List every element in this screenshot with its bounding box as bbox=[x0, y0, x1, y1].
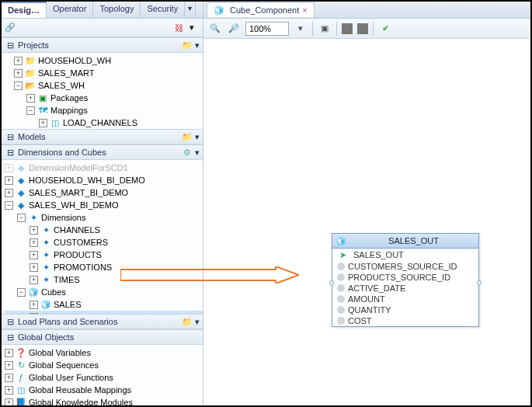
expander[interactable]: + bbox=[5, 176, 13, 185]
node-attr[interactable]: AMOUNT bbox=[332, 294, 478, 304]
tab-security[interactable]: Security bbox=[141, 2, 185, 18]
tree-label[interactable]: Packages bbox=[50, 92, 88, 104]
section-loadplans[interactable]: ⊟ Load Plans and Scenarios 📁 ▾ bbox=[2, 314, 203, 329]
zoom-input[interactable] bbox=[245, 22, 289, 36]
close-icon[interactable]: × bbox=[302, 5, 307, 15]
expander[interactable]: + bbox=[5, 398, 13, 406]
tree-label[interactable]: Global Sequences bbox=[29, 359, 99, 371]
expander[interactable]: − bbox=[17, 288, 26, 297]
tree-label[interactable]: SALES_MART bbox=[38, 67, 95, 79]
chevron-down-icon[interactable]: ▾ bbox=[195, 132, 200, 142]
tree-label[interactable]: Global Reusable Mappings bbox=[29, 384, 131, 396]
tree-label[interactable]: Dimensions bbox=[41, 211, 85, 224]
tree-label[interactable]: Global User Functions bbox=[29, 371, 113, 384]
expander[interactable]: + bbox=[5, 189, 13, 197]
expander[interactable]: + bbox=[30, 276, 38, 284]
collapse-icon[interactable]: ⊟ bbox=[5, 131, 16, 142]
node-attr[interactable]: ➤SALES_OUT bbox=[332, 249, 478, 261]
chevron-down-icon[interactable]: ▾ bbox=[195, 317, 200, 327]
section-dimcubes[interactable]: ⊟ Dimensions and Cubes ⚙ ▾ bbox=[2, 144, 203, 160]
expander[interactable]: − bbox=[5, 201, 13, 210]
column-icon bbox=[337, 263, 345, 270]
expander[interactable]: + bbox=[30, 238, 38, 247]
expander[interactable]: + bbox=[14, 69, 23, 78]
tree-label[interactable]: SALES bbox=[54, 298, 81, 311]
tab-designer[interactable]: Desig… bbox=[2, 2, 47, 18]
layout2-icon[interactable] bbox=[357, 23, 368, 34]
section-loadplans-label: Load Plans and Scenarios bbox=[18, 317, 117, 326]
zoom-dropdown-icon[interactable]: ▾ bbox=[294, 22, 308, 36]
expander[interactable]: + bbox=[39, 119, 47, 127]
chevron-down-icon[interactable]: ▾ bbox=[195, 40, 200, 50]
expander[interactable]: + bbox=[30, 301, 38, 309]
tree-label[interactable]: DimensionModelForSCD1 bbox=[29, 162, 128, 174]
tree-label[interactable]: Cubes bbox=[41, 286, 66, 298]
expander[interactable]: + bbox=[30, 251, 38, 259]
tree-label[interactable]: Mappings bbox=[50, 104, 88, 117]
fit-icon[interactable]: ▣ bbox=[318, 22, 332, 36]
expander[interactable]: − bbox=[26, 106, 35, 115]
mapping-canvas[interactable]: 🧊 SALES_OUT ➤SALES_OUT CUSTOMERS_SOURCE_… bbox=[203, 39, 530, 405]
expander[interactable]: + bbox=[30, 226, 38, 235]
projects-menu-icon[interactable]: 📁 bbox=[182, 40, 193, 50]
zoom-in-icon[interactable]: 🔍 bbox=[208, 22, 222, 36]
expander[interactable]: + bbox=[5, 386, 13, 395]
section-projects[interactable]: ⊟ Projects 📁 ▾ bbox=[2, 37, 203, 53]
expander[interactable]: + bbox=[26, 94, 35, 103]
models-menu-icon[interactable]: 📁 bbox=[182, 131, 193, 142]
tree-label[interactable]: TIMES bbox=[54, 273, 80, 286]
expander[interactable]: + bbox=[5, 374, 13, 382]
expander[interactable]: + bbox=[14, 57, 23, 65]
zoom-out-icon[interactable]: 🔎 bbox=[227, 22, 241, 36]
globals-tree: +❓Global Variables +↻Global Sequences +ƒ… bbox=[2, 345, 203, 405]
tab-overflow[interactable]: ▾ bbox=[185, 2, 196, 18]
tree-label[interactable]: CHANNELS bbox=[54, 224, 100, 236]
dimension-folder-icon: ✦ bbox=[28, 212, 39, 223]
section-models[interactable]: ⊟ Models 📁 ▾ bbox=[2, 129, 203, 144]
expander[interactable]: − bbox=[14, 82, 23, 90]
tree-label[interactable]: PROMOTIONS bbox=[54, 261, 112, 273]
collapse-icon[interactable]: ⊟ bbox=[5, 40, 16, 50]
node-attr[interactable]: COST bbox=[332, 315, 478, 326]
expander[interactable]: + bbox=[30, 263, 38, 272]
node-title[interactable]: 🧊 SALES_OUT bbox=[332, 234, 478, 249]
left-tab-bar: Desig… Operator Topology Security ▾ bbox=[2, 2, 203, 19]
tree-label[interactable]: SALES_WH_BI_DEMO bbox=[29, 199, 119, 211]
tab-topology[interactable]: Topology bbox=[93, 2, 141, 18]
sequence-icon: ↻ bbox=[16, 360, 26, 370]
tab-operator[interactable]: Operator bbox=[47, 2, 93, 18]
tree-label[interactable]: SALES_MART_BI_DEMO bbox=[29, 186, 128, 199]
section-globals[interactable]: ⊟ Global Objects bbox=[2, 329, 203, 345]
dropdown-icon[interactable]: ▾ bbox=[186, 23, 197, 33]
person-icon[interactable]: ⛓ bbox=[173, 23, 184, 33]
tree-label[interactable]: HOUSEHOLD_WH bbox=[38, 54, 111, 67]
expander[interactable]: + bbox=[5, 164, 13, 172]
node-sales-out[interactable]: 🧊 SALES_OUT ➤SALES_OUT CUSTOMERS_SOURCE_… bbox=[332, 233, 479, 327]
tree-label[interactable]: PRODUCTS bbox=[54, 249, 102, 261]
loadplans-menu-icon[interactable]: 📁 bbox=[182, 316, 193, 327]
node-attr[interactable]: ACTIVE_DATE bbox=[332, 283, 478, 294]
tree-label[interactable]: SALES_WH bbox=[38, 79, 85, 92]
node-attr[interactable]: QUANTITY bbox=[332, 304, 478, 315]
collapse-icon[interactable]: ⊟ bbox=[5, 332, 16, 343]
tree-label[interactable]: CUSTOMERS bbox=[54, 236, 108, 249]
expander[interactable]: + bbox=[5, 349, 13, 357]
layout1-icon[interactable] bbox=[342, 23, 353, 34]
tree-label[interactable]: Global Knowledge Modules bbox=[29, 396, 133, 405]
collapse-icon[interactable]: ⊟ bbox=[5, 147, 16, 158]
collapse-icon[interactable]: ⊟ bbox=[5, 316, 16, 327]
dimension-icon: ✦ bbox=[40, 237, 51, 248]
validate-icon[interactable]: ✔ bbox=[378, 22, 392, 36]
expander[interactable]: + bbox=[5, 361, 13, 370]
tree-label[interactable]: Global Variables bbox=[29, 346, 91, 359]
expander[interactable]: − bbox=[17, 214, 26, 222]
tree-label[interactable]: HOUSEHOLD_WH_BI_DEMO bbox=[29, 174, 145, 186]
editor-tab-cube-component[interactable]: 🧊 Cube_Component × bbox=[207, 2, 315, 17]
chevron-down-icon[interactable]: ▾ bbox=[195, 148, 200, 158]
connect-icon[interactable]: 🔗 bbox=[5, 23, 16, 33]
node-attr[interactable]: CUSTOMERS_SOURCE_ID bbox=[332, 261, 478, 272]
dimcubes-menu-icon[interactable]: ⚙ bbox=[182, 147, 193, 158]
section-models-label: Models bbox=[18, 132, 45, 141]
node-attr[interactable]: PRODUCTS_SOURCE_ID bbox=[332, 272, 478, 283]
tree-label[interactable]: LOAD_CHANNELS bbox=[63, 117, 137, 129]
